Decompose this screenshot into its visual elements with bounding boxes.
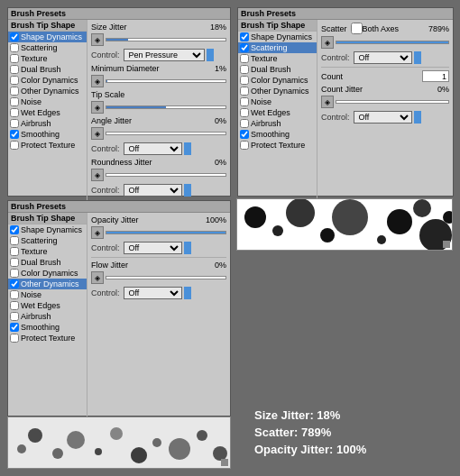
panel3-content: Opacity Jitter 100% ◈ Control: Off Flow … <box>87 213 230 427</box>
svg-point-0 <box>244 206 266 228</box>
svg-point-11 <box>28 428 42 443</box>
p3-sidebar-wet[interactable]: Wet Edges <box>8 300 87 311</box>
svg-point-12 <box>52 448 63 459</box>
p3-sidebar-protect[interactable]: Protect Texture <box>8 333 87 343</box>
p3-sidebar-noise[interactable]: Noise <box>8 289 87 300</box>
count-input[interactable] <box>422 70 449 82</box>
svg-point-6 <box>387 209 412 234</box>
tip-scale-slider[interactable]: ◈ <box>91 101 226 114</box>
sidebar-item-protect-texture[interactable]: Protect Texture <box>8 140 87 151</box>
panel1-header: Brush Presets <box>8 8 230 20</box>
sidebar-item-airbrush[interactable]: Airbrush <box>8 118 87 129</box>
p3-sidebar-shape[interactable]: Shape Dynamics <box>8 224 87 235</box>
control1-row: Control: Pen Pressure <box>91 49 226 61</box>
svg-point-7 <box>413 199 431 217</box>
svg-point-3 <box>320 228 335 243</box>
sidebar-item-scattering[interactable]: Scattering <box>8 42 87 53</box>
panel2-content: Scatter Both Axes 789% ◈ Control: Off Co… <box>317 20 453 207</box>
p2-sidebar-texture[interactable]: Texture <box>238 53 317 64</box>
roundness-slider[interactable]: ◈ <box>91 169 226 181</box>
sidebar-item-other-dynamics[interactable]: Other Dynamics <box>8 86 87 96</box>
control3-select[interactable]: Off <box>124 184 182 197</box>
control1-select[interactable]: Pen Pressure <box>124 49 205 61</box>
p3-divider <box>91 257 226 258</box>
divider1 <box>321 67 449 68</box>
info-panel: Size Jitter: 18% Scatter: 789% Opacity J… <box>245 399 453 469</box>
p2-sidebar-protect[interactable]: Protect Texture <box>238 140 317 151</box>
roundness-row: Roundness Jitter 0% <box>91 158 226 167</box>
p3-sidebar-dual[interactable]: Dual Brush <box>8 257 87 268</box>
p3-sidebar-texture[interactable]: Texture <box>8 246 87 257</box>
angle-jitter-row: Angle Jitter 0% <box>91 116 226 125</box>
scatter-slider[interactable]: ◈ <box>321 36 449 49</box>
tip-scale-row: Tip Scale <box>91 90 226 99</box>
p2-control1-row: Control: Off <box>321 51 449 64</box>
size-jitter-slider[interactable]: ◈ <box>91 33 226 46</box>
panel1-sidebar: Brush Tip Shape Shape Dynamics Scatterin… <box>8 20 87 207</box>
svg-point-14 <box>95 448 102 455</box>
panel2-header: Brush Presets <box>238 8 453 20</box>
scatter-scroll[interactable] <box>443 241 450 248</box>
p2-sidebar-other[interactable]: Other Dynamics <box>238 86 317 96</box>
info-line1: Size Jitter: 18% <box>254 408 444 422</box>
both-axes-checkbox[interactable] <box>351 23 363 34</box>
panel1-content: Size Jitter 18% ◈ Control: Pen Pressure … <box>87 20 230 207</box>
p3-sidebar-scatter[interactable]: Scattering <box>8 235 87 246</box>
sidebar-item-shape-dynamics[interactable]: Shape Dynamics <box>8 32 87 42</box>
info-line2: Scatter: 789% <box>254 426 444 439</box>
p3-control2-row: Control: Off <box>91 287 226 299</box>
opacity-jitter-row: Opacity Jitter 100% <box>91 215 226 224</box>
p3-control2-select[interactable]: Off <box>124 287 182 299</box>
p3-sidebar-color[interactable]: Color Dynamics <box>8 268 87 279</box>
size-jitter-icon: ◈ <box>91 33 104 46</box>
panel3-header: Brush Presets <box>8 201 230 213</box>
p3-sidebar-other[interactable]: Other Dynamics <box>8 279 87 289</box>
p2-sidebar-smooth[interactable]: Smoothing <box>238 129 317 140</box>
panel3-sidebar-title: Brush Tip Shape <box>8 213 87 224</box>
size-jitter-row: Size Jitter 18% <box>91 23 226 32</box>
p3-sidebar-airbrush[interactable]: Airbrush <box>8 311 87 322</box>
panel2-title: Brush Presets <box>241 9 296 18</box>
p2-control2-select[interactable]: Off <box>354 111 412 124</box>
sidebar-item-color-dynamics[interactable]: Color Dynamics <box>8 75 87 86</box>
flow-icon: ◈ <box>91 271 104 284</box>
p3-control1-select[interactable]: Off <box>124 242 182 254</box>
sidebar-item-texture[interactable]: Texture <box>8 53 87 64</box>
sidebar-item-wet-edges[interactable]: Wet Edges <box>8 107 87 118</box>
p2-sidebar-dual[interactable]: Dual Brush <box>238 64 317 75</box>
p2-sidebar-shape[interactable]: Shape Dynamics <box>238 32 317 42</box>
p2-sidebar-color[interactable]: Color Dynamics <box>238 75 317 86</box>
p3-sidebar-smooth[interactable]: Smoothing <box>8 322 87 333</box>
count-jitter-slider[interactable]: ◈ <box>321 96 449 108</box>
opacity-jitter-slider[interactable]: ◈ <box>91 226 226 239</box>
sidebar-item-smoothing[interactable]: Smoothing <box>8 129 87 140</box>
count-jitter-row: Count Jitter 0% <box>321 85 449 94</box>
panel1-sidebar-title: Brush Tip Shape <box>8 20 87 32</box>
angle-jitter-slider[interactable]: ◈ <box>91 127 226 140</box>
min-diam-icon: ◈ <box>91 75 104 87</box>
p2-sidebar-scatter[interactable]: Scattering <box>238 42 317 53</box>
opacity-icon: ◈ <box>91 226 104 239</box>
p2-sidebar-wet[interactable]: Wet Edges <box>238 107 317 118</box>
svg-point-15 <box>110 427 123 440</box>
p2-control2-row: Control: Off <box>321 111 449 124</box>
p2-sidebar-noise[interactable]: Noise <box>238 96 317 107</box>
control3-row: Control: Off <box>91 184 226 197</box>
p2-sidebar-airbrush[interactable]: Airbrush <box>238 118 317 129</box>
flow-jitter-slider[interactable]: ◈ <box>91 271 226 284</box>
scatter-icon: ◈ <box>321 36 334 49</box>
info-line3: Opacity Jitter: 100% <box>254 443 444 456</box>
svg-point-1 <box>272 225 283 236</box>
min-diam-slider[interactable]: ◈ <box>91 75 226 87</box>
count-row: Count <box>321 70 449 82</box>
svg-point-10 <box>17 444 26 453</box>
control2-select[interactable]: Off <box>124 142 182 155</box>
scatter-preview-area <box>236 198 453 251</box>
svg-point-2 <box>286 199 315 227</box>
sidebar-item-noise[interactable]: Noise <box>8 96 87 107</box>
sidebar-item-dual-brush[interactable]: Dual Brush <box>8 64 87 75</box>
shape-dynamics-panel: Brush Presets Brush Tip Shape Shape Dyna… <box>7 7 231 197</box>
svg-point-13 <box>67 431 85 449</box>
p2-control1-select[interactable]: Off <box>354 51 412 64</box>
left-preview-scroll[interactable] <box>221 459 228 466</box>
